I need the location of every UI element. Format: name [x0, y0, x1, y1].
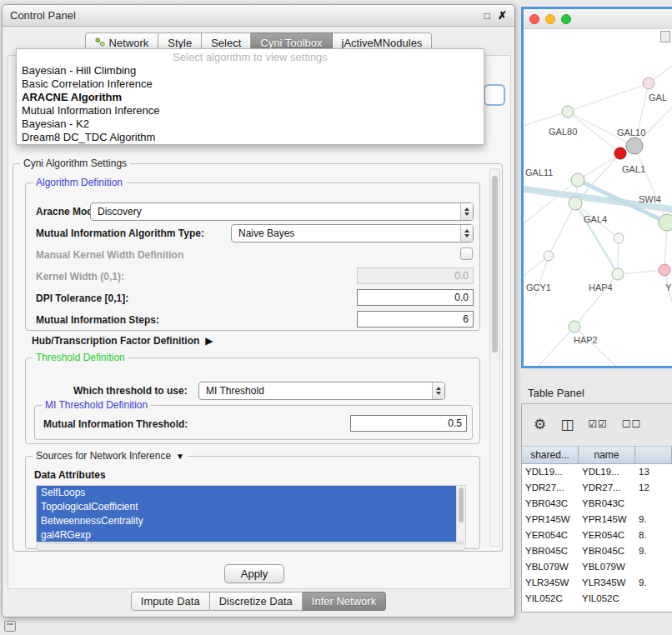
mac-close-icon[interactable] — [529, 14, 539, 24]
data-attribute-item-topologicalcoefficient[interactable]: TopologicalCoefficient — [37, 500, 456, 514]
table-body: YDL19...YDL19...13YDR27...YDR27...12YBR0… — [522, 464, 672, 612]
data-attribute-item-betweennesscentrality[interactable]: BetweennessCentrality — [37, 514, 456, 528]
table-row[interactable]: YDL19...YDL19...13 — [522, 464, 672, 480]
table-cell: 9. — [635, 543, 672, 559]
network-window-titlebar[interactable] — [524, 9, 672, 29]
network-edge[interactable] — [539, 327, 574, 366]
hub-definition-toggle[interactable]: Hub/Transcription Factor Definition ▶ — [32, 335, 213, 347]
network-node-label: SWI4 — [639, 194, 661, 204]
cyni-algorithm-settings-group: Cyni Algorithm Settings Algorithm Defini… — [13, 163, 503, 552]
aracne-mode-select[interactable]: Discovery — [90, 202, 474, 221]
select-all-columns-icon[interactable]: ☑☑ — [588, 419, 608, 429]
tab-label: Select — [211, 37, 241, 49]
data-attributes-list[interactable]: SelfLoopsTopologicalCoefficientBetweenne… — [36, 485, 466, 542]
network-node-hap4[interactable] — [612, 268, 624, 280]
mi-algorithm-type-select[interactable]: Naive Bayes — [231, 224, 474, 242]
gear-icon[interactable]: ⚙ — [534, 418, 546, 432]
network-node-small-white-1[interactable] — [614, 233, 624, 243]
network-icon — [95, 37, 105, 49]
algorithm-option-bayesian-hill-climbing[interactable]: Bayesian - Hill Climbing — [17, 64, 484, 78]
table-row[interactable]: YBR043CYBR043C — [522, 496, 672, 512]
algorithm-option-bayesian-k2[interactable]: Bayesian - K2 — [17, 118, 484, 131]
algorithm-option-mutual-information-inference[interactable]: Mutual Information Inference — [17, 104, 484, 118]
network-edge[interactable] — [618, 270, 664, 274]
tab-label: Style — [168, 37, 192, 49]
control-panel-window: Control Panel □ ✗ NetworkStyleSelectCyni… — [2, 4, 515, 618]
apply-button[interactable]: Apply — [224, 564, 284, 583]
sources-title-row[interactable]: Sources for Network Inference ▼ — [33, 450, 188, 462]
table-row[interactable]: YIL052CYIL052C — [522, 591, 672, 607]
network-edge[interactable] — [574, 327, 615, 366]
deselect-all-columns-icon[interactable]: ☐☐ — [622, 419, 642, 429]
table-row[interactable]: YLR345WYLR345W9. — [522, 575, 672, 591]
network-node-gal10[interactable] — [626, 138, 643, 154]
algorithm-option-basic-correlation-inference[interactable]: Basic Correlation Inference — [17, 78, 484, 91]
attributes-list-hscrollbar[interactable] — [36, 543, 466, 551]
table-cell: YIL052C — [579, 591, 635, 607]
network-node-pink-top[interactable] — [643, 78, 654, 89]
collapsed-panel-icon[interactable] — [4, 621, 16, 632]
settings-scrollbar[interactable] — [489, 168, 500, 547]
mac-zoom-icon[interactable] — [561, 14, 571, 24]
data-attribute-item-gal4rgexp[interactable]: gal4RGexp — [37, 528, 456, 542]
manual-kernel-width-checkbox[interactable] — [460, 248, 473, 260]
algorithm-option-aracne-algorithm[interactable]: ARACNE Algorithm — [17, 91, 484, 104]
mi-threshold-definition-group: MI Threshold Definition Mutual Informati… — [34, 405, 473, 440]
columns-icon[interactable]: ◫ — [560, 418, 574, 432]
table-row[interactable]: YBR045CYBR045C9. — [522, 543, 672, 559]
network-node-small-white-2[interactable] — [544, 251, 554, 261]
dpi-tolerance-input[interactable]: 0.0 — [357, 289, 474, 306]
float-window-icon[interactable]: □ — [484, 10, 490, 22]
tab-discretize-data[interactable]: Discretize Data — [210, 592, 303, 611]
table-cell: 12 — [635, 480, 672, 496]
table-cell — [635, 591, 672, 607]
network-node-gal80[interactable] — [562, 106, 574, 118]
network-edge[interactable] — [568, 83, 649, 112]
table-cell: YER054C — [522, 528, 579, 543]
scrollbar-thumb[interactable] — [459, 488, 464, 522]
mi-threshold-label: Mutual Information Threshold: — [43, 418, 188, 430]
collapsed-panel-icon-bar — [7, 623, 13, 625]
table-row[interactable]: YBL079WYBL079W — [522, 559, 672, 575]
data-attribute-item-selfloops[interactable]: SelfLoops — [37, 486, 456, 500]
close-window-icon[interactable]: ✗ — [498, 9, 507, 22]
algorithm-select-partial[interactable] — [484, 84, 505, 106]
column-header-name[interactable]: name — [579, 446, 635, 464]
desktop-background: Control Panel □ ✗ NetworkStyleSelectCyni… — [0, 0, 672, 635]
network-node-pink-right[interactable] — [659, 264, 670, 276]
table-panel: ⚙◫☑☑☐☐ shared...name YDL19...YDL19...13Y… — [521, 403, 672, 612]
threshold-definition-group: Threshold Definition Which threshold to … — [25, 358, 480, 444]
table-row[interactable]: YER054CYER054C8. — [522, 528, 672, 543]
table-cell: YPR145W — [522, 512, 579, 528]
attributes-list-scrollbar[interactable] — [456, 486, 465, 542]
network-node-right-large[interactable] — [659, 214, 672, 231]
network-node-gal1[interactable] — [571, 173, 584, 187]
column-header-col2[interactable] — [635, 446, 672, 464]
scrollbar-thumb[interactable] — [492, 176, 498, 352]
network-edge[interactable] — [524, 112, 568, 126]
network-node-gal4[interactable] — [569, 197, 582, 210]
network-edge[interactable] — [549, 203, 575, 256]
table-row[interactable]: YDR27...YDR27...12 — [522, 480, 672, 496]
table-row[interactable]: YPR145WYPR145W9. — [522, 512, 672, 528]
mi-steps-input[interactable]: 6 — [357, 311, 474, 328]
column-header-shared[interactable]: shared... — [522, 446, 579, 464]
network-view-window: GALGAL80GAL10GAL11GAL1SWI4GAL4GCY1HAP4YH… — [521, 7, 672, 368]
table-cell: 9. — [635, 575, 672, 591]
table-cell: YDR27... — [522, 480, 579, 496]
network-node-red[interactable] — [614, 148, 626, 159]
network-node-hap2[interactable] — [569, 321, 580, 332]
window-title: Control Panel — [10, 9, 76, 22]
birdseye-toggle[interactable] — [660, 31, 670, 42]
network-node-label: Y — [665, 282, 672, 292]
table-cell: YLR345W — [579, 575, 635, 591]
algorithm-option-dream8-dc-tdc-algorithm[interactable]: Dream8 DC_TDC Algorithm — [17, 131, 484, 144]
network-canvas[interactable]: GALGAL80GAL10GAL11GAL1SWI4GAL4GCY1HAP4YH… — [524, 9, 672, 366]
tab-impute-data[interactable]: Impute Data — [131, 592, 210, 611]
tab-infer-network[interactable]: Infer Network — [303, 592, 386, 611]
table-cell: YBR043C — [579, 496, 635, 512]
control-panel-titlebar[interactable]: Control Panel □ ✗ — [3, 5, 514, 27]
which-threshold-select[interactable]: MI Threshold — [198, 382, 445, 400]
mi-threshold-input[interactable]: 0.5 — [350, 415, 467, 432]
mac-minimize-icon[interactable] — [545, 14, 555, 24]
